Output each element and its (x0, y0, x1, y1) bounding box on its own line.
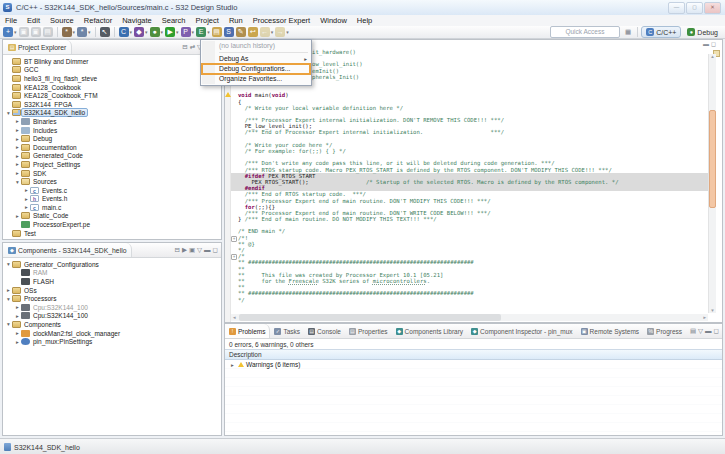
link-with-editor-icon[interactable]: ⇄ (190, 43, 195, 51)
maximize-icon[interactable]: ◻ (714, 327, 719, 335)
menu-item-debug-configurations[interactable]: Debug Configurations... (202, 64, 310, 74)
expand-expander-icon[interactable]: ▸ (14, 339, 21, 345)
menu-source[interactable]: Source (45, 16, 79, 25)
debug-button[interactable]: ●▾ (150, 27, 164, 37)
project-item-gcc[interactable]: GCC (3, 66, 221, 75)
dropdown-arrow-icon[interactable]: ▾ (145, 29, 148, 35)
collapse-expander-icon[interactable]: ▾ (5, 110, 12, 116)
minimize-icon[interactable]: ▬ (204, 246, 211, 254)
project-item-documentation[interactable]: ▸Documentation (3, 143, 221, 152)
expand-expander-icon[interactable]: ▸ (14, 153, 21, 159)
project-item-sources[interactable]: ▾Sources (3, 177, 221, 186)
collapse-expander-icon[interactable]: ▾ (5, 296, 12, 302)
component-item-cpu-s32k144-100[interactable]: ▸Cpu:S32K144_100 (3, 312, 221, 321)
expand-expander-icon[interactable]: ▸ (14, 330, 21, 336)
expand-expander-icon[interactable]: ▸ (5, 287, 12, 293)
problems-row-warnings-6-items[interactable]: ▸Warnings (6 items) (225, 360, 722, 369)
project-item-project-settings[interactable]: ▸Project_Settings (3, 160, 221, 169)
tab-project-explorer[interactable]: ▤ Project Explorer (3, 40, 72, 54)
tab-problems[interactable]: !Problems (225, 324, 270, 338)
project-item-kea128-cookbook-ftm[interactable]: KEA128_Cookbook_FTM (3, 91, 221, 100)
component-item-pin-mux-pinsettings[interactable]: ▸pin_mux:PinSettings (3, 337, 221, 346)
open-element-button[interactable]: ▤ (212, 27, 222, 37)
editor-content[interactable]: ** - __init_hardware()** - PE_low_level_… (231, 49, 708, 303)
dropdown-arrow-icon[interactable]: ▾ (130, 29, 133, 35)
expand-expander-icon[interactable]: ▸ (14, 136, 21, 142)
maximize-button[interactable]: ◻ (686, 2, 703, 14)
project-item-events-h[interactable]: ▸hEvents.h (3, 195, 221, 204)
dropdown-arrow-icon[interactable]: ▾ (207, 29, 210, 35)
menu-help[interactable]: Help (352, 16, 377, 25)
tab-progress[interactable]: %Progress (643, 324, 686, 338)
menu-item-organize-favorites[interactable]: Organize Favorites... (202, 74, 310, 84)
project-item-test[interactable]: Test (3, 229, 221, 238)
expand-expander-icon[interactable]: ▸ (14, 144, 21, 150)
menu-run[interactable]: Run (224, 16, 248, 25)
project-item-processorexpert-pe[interactable]: ProcessorExpert.pe (3, 220, 221, 229)
minimize-icon[interactable]: ▬ (705, 327, 712, 335)
toggle-annotations-button[interactable]: ✎ (236, 27, 246, 37)
editor-maximize-icon[interactable]: ◻ (711, 41, 718, 47)
tab-console[interactable]: ▤Console (304, 324, 345, 338)
editor-minimize-icon[interactable]: ▬ (703, 41, 711, 47)
maximize-icon[interactable]: ◻ (213, 246, 218, 254)
tab-components[interactable]: ◆ Components - S32K144_SDK_hello (3, 243, 132, 257)
project-item-includes[interactable]: ▸Includes (3, 126, 221, 135)
menu-file[interactable]: File (0, 16, 22, 25)
dropdown-arrow-icon[interactable]: ▾ (271, 29, 274, 35)
menu-project[interactable]: Project (191, 16, 224, 25)
open-perspective-icon[interactable]: ▦ (625, 28, 631, 36)
editor-horizontal-scrollbar[interactable]: ◄ ► (231, 314, 708, 321)
menu-refactor[interactable]: Refactor (79, 16, 117, 25)
dropdown-arrow-icon[interactable]: ▾ (176, 29, 179, 35)
external-tools-button[interactable]: E▾ (196, 27, 210, 37)
view-menu-icon[interactable]: ▽ (197, 246, 202, 254)
menu-processor-expert[interactable]: Processor Expert (248, 16, 316, 25)
expand-expander-icon[interactable]: ▸ (14, 127, 21, 133)
expand-expander-icon[interactable]: ▸ (14, 304, 21, 310)
tab-tasks[interactable]: ✓Tasks (270, 324, 304, 338)
collapse-expander-icon[interactable]: ▾ (5, 321, 12, 327)
menu-search[interactable]: Search (157, 16, 191, 25)
dropdown-arrow-icon[interactable]: ▾ (192, 29, 195, 35)
new-c-file-button[interactable]: C▾ (119, 27, 133, 37)
project-item-bt-blinky-and-dimmer[interactable]: BT Blinky and Dimmer (3, 57, 221, 66)
title-bar[interactable]: S C/C++ - S32K144_SDK_hello/Sources/main… (0, 0, 725, 16)
expand-expander-icon[interactable]: ▸ (14, 161, 21, 167)
dropdown-arrow-icon[interactable]: ▾ (286, 29, 289, 35)
menu-edit[interactable]: Edit (22, 16, 45, 25)
build-active-config-button[interactable]: *▾ (62, 27, 76, 37)
tab-components-library[interactable]: ◆Components Library (392, 324, 468, 338)
filters-icon[interactable]: ▤ (690, 327, 696, 335)
project-item-s32k144-fpga[interactable]: S32K144_FPGA (3, 100, 221, 109)
tab-properties[interactable]: ▤Properties (345, 324, 392, 338)
component-item-flash[interactable]: FLASH (3, 277, 221, 286)
expand-expander-icon[interactable]: ▸ (23, 204, 30, 210)
project-item-static-code[interactable]: ▸Static_Code (3, 212, 221, 221)
close-button[interactable]: ✕ (704, 2, 721, 14)
profile-button[interactable]: P▾ (181, 27, 195, 37)
quick-access-input[interactable]: Quick Access (550, 26, 620, 38)
component-item-generator-configurations[interactable]: ▾Generator_Configurations (3, 260, 221, 269)
dropdown-arrow-icon[interactable]: ▾ (14, 29, 17, 35)
run-button[interactable]: ▶▾ (165, 27, 179, 37)
new-wizard-button[interactable]: +▾ (3, 27, 17, 37)
editor-vertical-scrollbar[interactable]: ▲ ▼ (708, 54, 716, 313)
selection-cursor-button[interactable]: ↖ (100, 27, 110, 37)
menu-navigate[interactable]: Navigate (117, 16, 157, 25)
expand-expander-icon[interactable]: ▸ (229, 362, 236, 368)
project-item-hello3-fll-irq-flash-steve[interactable]: hello3_fll_irq_flash_steve (3, 74, 221, 83)
last-edit-location-button[interactable]: ↩ (248, 27, 258, 37)
collapse-expander-icon[interactable]: ▾ (14, 179, 21, 185)
expand-expander-icon[interactable]: ▸ (14, 118, 21, 124)
component-item-cpu-s32k144-100[interactable]: ▸Cpu:S32K144_100 (3, 303, 221, 312)
description-column-header[interactable]: Description (225, 349, 722, 360)
expand-expander-icon[interactable]: ▸ (14, 213, 21, 219)
build-all-button[interactable]: *▾ (77, 27, 91, 37)
generate-code-icon[interactable]: ▶ (182, 246, 187, 254)
project-item-generated-code[interactable]: ▸Generated_Code (3, 152, 221, 161)
dropdown-arrow-icon[interactable]: ▾ (161, 29, 164, 35)
scrollbar-thumb[interactable] (709, 110, 716, 208)
tab-component-inspector[interactable]: ◆Component Inspector - pin_mux (467, 324, 577, 338)
view-menu-icon[interactable]: ▽ (698, 327, 703, 335)
